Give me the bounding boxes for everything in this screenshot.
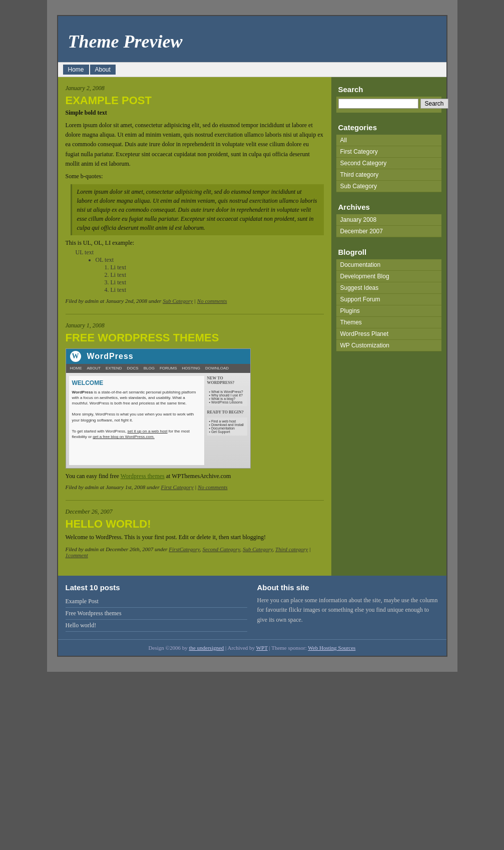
post-1-date: January 2, 2008 [66,85,324,92]
footer-post-1: Example Post [66,596,247,608]
blogroll-plugins: Plugins [336,305,441,317]
footer-widget-latest: Latest 10 posts Example Post Free Wordpr… [66,583,247,632]
category-all-link[interactable]: All [336,135,441,146]
li-item-1: Li text [111,264,324,271]
wp-nav-bar: HOME ABOUT EXTEND DOCS BLOG FORUMS HOSTI… [66,364,250,373]
blogroll-devblog: Development Blog [336,271,441,282]
wp-nav-download: DOWNLOAD [205,366,229,370]
nav-about[interactable]: About [90,65,116,75]
site-nav: Home About [58,62,446,77]
blogroll-themes: Themes [336,317,441,328]
nav-home[interactable]: Home [63,65,89,75]
post-3-comment[interactable]: 1comment [66,552,88,558]
category-third-link[interactable]: Third category [336,169,441,180]
archive-jan-2008-link[interactable]: January 2008 [336,214,441,225]
wp-sidebar-box-1: • What is WordPress?• Why should I use i… [207,388,247,406]
search-input[interactable] [338,99,418,109]
blogroll-documentation-link[interactable]: Documentation [336,259,441,270]
post-2-date: January 1, 2008 [66,322,324,329]
ul-label: UL text [76,249,94,256]
post-2-content: You can easy find free Wordpress themes … [66,473,324,480]
category-third: Third category [336,169,441,181]
wp-nav-home: HOME [70,366,82,370]
category-sub-link[interactable]: Sub Category [336,181,441,192]
footer-widget-about: About this site Here you can place some … [257,583,439,632]
post-1-footer: Filed by admin at January 2nd, 2008 unde… [66,298,324,304]
wp-nav-extend: EXTEND [106,366,122,370]
post-2-category-link[interactable]: First Category [161,484,193,490]
category-first-link[interactable]: First Category [336,146,441,157]
blogroll-suggest-link[interactable]: Suggest Ideas [336,282,441,293]
post-3-cat-2[interactable]: Second Category [203,546,240,552]
post-1-list-label: This is UL, OL, LI example: [66,239,324,247]
category-second: Second Category [336,158,441,169]
wp-nav-about: ABOUT [87,366,101,370]
footer-wpt-link[interactable]: WPT [256,645,268,651]
post-1-no-comments[interactable]: No comments [197,298,227,304]
sidebar: Search Search Categories All First Categ… [331,77,446,576]
post-1-section-label: Some b-quotes: [66,173,324,180]
footer-sponsor-link[interactable]: Web Hosting Sources [308,645,355,651]
blogroll-wp-custom: WP Customization [336,340,441,351]
post-2-footer: Filed by admin at January 1st, 2008 unde… [66,484,324,490]
post-1-category-link[interactable]: Sub Category [163,298,193,304]
blogroll-themes-link[interactable]: Themes [336,317,441,328]
categories-list: All First Category Second Category Third… [336,135,441,192]
footer-post-2-link[interactable]: Free Wordpress themes [66,608,247,619]
post-2-no-comments[interactable]: No comments [198,484,228,490]
archives-list: January 2008 December 2007 [336,214,441,237]
post-3-cat-1[interactable]: FirstCategory [169,546,200,552]
post-2: January 1, 2008 FREE WORDPRESS THEMES W … [66,322,324,490]
post-2-title[interactable]: FREE WORDPRESS THEMES [66,331,324,344]
blogroll-widget: Blogroll Documentation Development Blog … [336,245,441,351]
site-header: Theme Preview [58,16,446,62]
li-item-3: Li text [111,279,324,286]
wp-nav-hosting: HOSTING [182,366,200,370]
post-3-content: Welcome to WordPress. This is your first… [66,533,324,542]
footer-post-2: Free Wordpress themes [66,608,247,620]
blogroll-devblog-link[interactable]: Development Blog [336,271,441,282]
li-item-2: Li text [111,271,324,279]
search-form: Search [336,97,441,113]
category-sub: Sub Category [336,181,441,192]
blogroll-documentation: Documentation [336,259,441,271]
footer-widgets: Latest 10 posts Example Post Free Wordpr… [58,576,446,639]
wordpress-image: W WordPress HOME ABOUT EXTEND DOCS BLOG … [66,348,251,469]
footer-post-3-link[interactable]: Hello world! [66,620,247,631]
site-wrapper: Theme Preview Home About January 2, 2008… [57,15,447,657]
category-all: All [336,135,441,146]
main-layout: January 2, 2008 EXAMPLE POST Simple bold… [58,77,446,576]
post-1-bold: Simple bold text [66,109,324,117]
footer-author-link[interactable]: the undersigned [189,645,224,651]
footer-post-1-link[interactable]: Example Post [66,596,247,607]
content-area: January 2, 2008 EXAMPLE POST Simple bold… [58,77,331,576]
wp-content-area: WELCOME WordPress is a state-of-the-art … [66,373,250,468]
blogroll-suggest: Suggest Ideas [336,282,441,294]
post-1-title[interactable]: EXAMPLE POST [66,94,324,107]
search-widget: Search Search [336,82,441,113]
blogroll-wp-custom-link[interactable]: WP Customization [336,340,441,351]
blogroll-support-link[interactable]: Support Forum [336,294,441,305]
archives-title: Archives [336,200,441,214]
post-1-blockquote: Lorem ipsum dolor sit amet, consectetur … [71,184,324,235]
archive-jan-2008: January 2008 [336,214,441,226]
wp-nav-forums: FORUMS [160,366,177,370]
wordpress-themes-link[interactable]: Wordpress themes [121,473,165,480]
footer-latest-list: Example Post Free Wordpress themes Hello… [66,596,247,632]
blogroll-support: Support Forum [336,294,441,305]
search-button[interactable]: Search [420,99,448,109]
wp-nav-blog: BLOG [144,366,155,370]
category-second-link[interactable]: Second Category [336,158,441,169]
post-3-cat-4[interactable]: Third category [275,546,308,552]
blogroll-wp-planet-link[interactable]: WordPress Planet [336,328,441,339]
wp-nav-docs: DOCS [127,366,139,370]
archive-dec-2007-link[interactable]: December 2007 [336,226,441,237]
archive-dec-2007: December 2007 [336,226,441,237]
footer-about-text: Here you can place some information abou… [257,596,439,625]
blogroll-plugins-link[interactable]: Plugins [336,305,441,316]
site-footer: Design ©2006 by the undersigned | Archiv… [58,639,446,656]
post-3-title[interactable]: HELLO WORLD! [66,518,324,531]
post-3-cat-3[interactable]: Sub Category [243,546,273,552]
post-1: January 2, 2008 EXAMPLE POST Simple bold… [66,85,324,304]
categories-widget: Categories All First Category Second Cat… [336,120,441,192]
